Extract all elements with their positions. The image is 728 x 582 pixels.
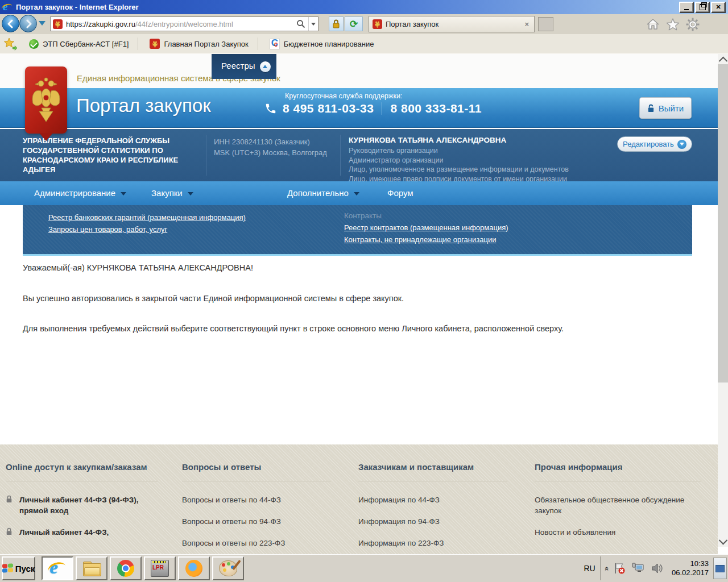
favorite-item-portal[interactable]: Главная Портал Закупок [146,36,251,51]
volume-icon[interactable] [651,562,663,575]
taskbar-file-explorer[interactable] [76,556,107,580]
scrollbar-thumb[interactable] [718,64,728,383]
link-foreign-contracts[interactable]: Контракты, не принадлежащие организации [344,235,496,244]
footer-link-info-44[interactable]: Информация по 44-ФЗ [358,494,507,505]
support-phone-1: 8 495 811-03-33 [283,102,374,115]
window-titlebar[interactable]: e Портал закупок - Internet Explorer ✕ [0,0,728,14]
organization-details: ИНН 2308241130 (Заказчик) MSK (UTC+3) Мо… [214,136,327,158]
org-divider [340,135,341,176]
logout-button[interactable]: Выйти [639,97,692,119]
chevron-down-icon [121,192,126,196]
network-icon[interactable] [631,562,645,575]
footer-link-news[interactable]: Новости и объявления [535,527,701,538]
recent-pages-caret[interactable] [39,21,46,26]
scroll-up-arrow[interactable] [718,54,728,64]
address-bar[interactable]: https://zakupki.gov.ru/44fz/entrypoint/w… [50,16,318,31]
menu-forum[interactable]: Форум [387,181,413,205]
address-dropdown-caret[interactable] [308,17,318,31]
browser-toolbar: https://zakupki.gov.ru/44fz/entrypoint/w… [0,14,728,34]
chrome-icon [117,560,134,577]
menu-purchases[interactable]: Закупки [151,181,193,205]
chevron-down-icon [188,192,193,196]
footer-link-info-94[interactable]: Информация по 94-ФЗ [358,516,507,527]
link-bank-guarantees[interactable]: Реестр банковских гарантий (размещенная … [48,213,246,222]
organization-inn: ИНН 2308241130 (Заказчик) [214,136,327,147]
language-indicator[interactable]: RU [579,564,599,573]
footer-col-online-access: Online доступ к закупкам/заказам Личный … [6,462,158,548]
footer-rule [6,481,158,482]
firefox-icon [185,560,202,577]
logout-lock-icon [647,104,655,113]
security-lock-icon[interactable] [329,16,344,31]
support-label: Круглосуточная служба поддержки: [285,92,482,100]
chevron-down-icon [354,192,359,196]
vertical-scrollbar[interactable] [718,54,728,547]
favorite-item-sberbank[interactable]: ЭТП Сбербанк-АСТ [#F1] [25,36,132,51]
start-label: Пуск [15,564,35,573]
footer-col-title: Заказчикам и поставщикам [358,462,507,473]
new-tab-button[interactable] [538,17,553,31]
link-price-requests[interactable]: Запросы цен товаров, работ, услуг [48,225,167,234]
footer-link-info-223[interactable]: Информация по 223-ФЗ [358,538,507,548]
tab-title: Портал закупок [386,20,523,28]
chevron-up-circle-icon [260,61,271,72]
portal-logo [25,66,67,134]
site-header-band: Портал закупок Круглосуточная служба под… [0,88,718,128]
refresh-button[interactable]: ⟳ [345,16,363,31]
security-alert-flag-icon[interactable] [613,562,626,575]
show-desktop-button[interactable] [713,558,727,579]
browser-tab[interactable]: Портал закупок × [369,16,535,32]
menu-additional[interactable]: Дополнительно [287,181,359,205]
footer-col-qa: Вопросы и ответы Вопросы и ответы по 44-… [182,462,331,554]
settings-gear-icon[interactable] [684,16,701,33]
footer-rule [535,481,701,482]
tray-expand-icon[interactable]: « [603,566,611,570]
page-footer: Online доступ к закупкам/заказам Личный … [0,444,718,554]
footer-link-cabinet-44b[interactable]: Личный кабинет 44-ФЗ, [6,527,158,538]
footer-link-public-discussion[interactable]: Обязательное общественное обсуждение зак… [535,494,701,516]
footer-link-qa-44[interactable]: Вопросы и ответы по 44-ФЗ [182,494,331,505]
taskbar-lpr-tool[interactable]: LPR [144,556,176,580]
restore-button[interactable] [695,2,710,13]
user-name: КУРНЯКОВА ТАТЬЯНА АЛЕКСАНДРОВНА [349,136,622,144]
budget-planning-icon: Cc [270,39,280,49]
edit-dropdown-caret [677,140,686,149]
clock[interactable]: 10:33 06.02.2017 [672,559,709,577]
menu-administration[interactable]: Администрирование [34,181,126,205]
taskbar-paint[interactable] [212,556,244,580]
close-button[interactable]: ✕ [711,2,726,13]
paint-palette-icon [219,560,237,576]
favorite-item-budget[interactable]: Cc Бюджетное планирование [266,36,378,51]
taskbar-internet-explorer[interactable]: e [42,556,73,580]
minimize-button[interactable] [679,2,694,13]
start-button[interactable]: Пуск [2,556,35,580]
back-button[interactable] [2,15,19,32]
search-icon[interactable] [293,17,308,31]
double-eagle-emblem [30,76,62,124]
forward-button[interactable] [19,15,37,32]
footer-link-qa-223[interactable]: Вопросы и ответы по 223-ФЗ [182,538,331,548]
edit-button[interactable]: Редактировать [617,136,692,152]
menu-registries-active[interactable]: Реестры [212,54,276,79]
url-text[interactable]: https://zakupki.gov.ru/44fz/entrypoint/w… [66,20,293,28]
favorites-star-icon[interactable] [664,16,681,33]
footer-col-title: Вопросы и ответы [182,462,331,473]
taskbar-chrome[interactable] [110,556,142,580]
tab-close-icon[interactable]: × [523,20,531,28]
add-favorite-icon[interactable] [3,37,17,51]
organization-name: УПРАВЛЕНИЕ ФЕДЕРАЛЬНОЙ СЛУЖБЫ ГОСУДАРСТВ… [23,136,205,174]
footer-link-cabinet-44[interactable]: Личный кабинет 44-ФЗ (94-ФЗ), прямой вхо… [6,494,158,516]
user-block: КУРНЯКОВА ТАТЬЯНА АЛЕКСАНДРОВНА Руководи… [349,136,622,184]
link-contracts-registry[interactable]: Реестр контрактов (размещенная информаци… [344,223,508,232]
favorites-bar: ЭТП Сбербанк-АСТ [#F1] Главная Портал За… [0,34,728,54]
phone-icon [264,102,277,115]
user-role: Руководитель организации [349,146,622,156]
footer-link-qa-94[interactable]: Вопросы и ответы по 94-ФЗ [182,516,331,527]
scroll-down-arrow[interactable] [718,537,728,547]
page-top-strip: Единая информационная система в сфере за… [0,54,718,88]
support-phone-block: Круглосуточная служба поддержки: 8 495 8… [264,92,482,115]
favorites-separator [258,38,258,50]
home-icon[interactable] [644,16,661,33]
taskbar-firefox[interactable] [178,556,210,580]
footer-rule [358,481,507,482]
